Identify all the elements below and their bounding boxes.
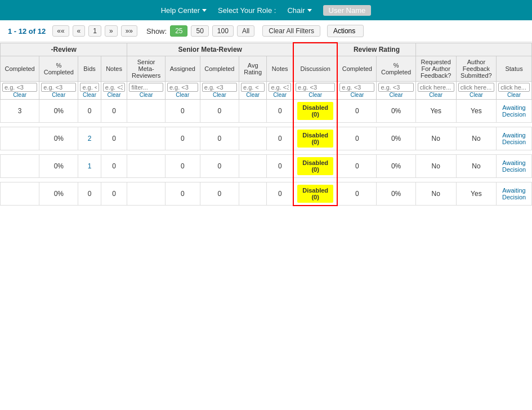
- table-cell: Disabled (0): [293, 182, 337, 206]
- role-selector[interactable]: Chair: [287, 6, 311, 15]
- table-cell[interactable]: Yes: [415, 99, 456, 122]
- table-cell: Disabled (0): [293, 154, 337, 177]
- table-row: 0%00000Disabled (0)00%NoYesAwaiting Deci…: [1, 182, 532, 206]
- table-cell: 0: [101, 182, 127, 206]
- filter-cell-smr-notes[interactable]: Clear: [267, 81, 293, 99]
- discussion-badge[interactable]: Disabled (0): [297, 130, 333, 148]
- filter-avg-rating-input[interactable]: [241, 83, 265, 92]
- filter-cell-discussion[interactable]: Clear: [293, 81, 337, 99]
- filter-assigned-input[interactable]: [167, 83, 198, 92]
- table-cell: 0: [78, 99, 101, 122]
- extra-group-header: [415, 43, 531, 56]
- filter-smr-input[interactable]: [129, 83, 163, 92]
- filter-cell-bids[interactable]: Clear: [78, 81, 101, 99]
- table-cell: [127, 99, 166, 122]
- discussion-badge[interactable]: Disabled (0): [297, 157, 333, 175]
- table-cell: 0%: [377, 99, 415, 122]
- last-page-button[interactable]: »»: [121, 25, 137, 37]
- filter-req-feedback-input[interactable]: [418, 83, 454, 92]
- filter-cell-req-feedback[interactable]: Clear: [415, 81, 456, 99]
- col-status: Status: [497, 56, 532, 81]
- table-cell: 0: [165, 127, 200, 150]
- show-100-button[interactable]: 100: [212, 25, 234, 37]
- clear-all-filters-button[interactable]: Clear All Filters: [262, 25, 320, 37]
- col-smr-notes: Notes: [267, 56, 293, 81]
- table-cell[interactable]: Awaiting Decision: [497, 154, 532, 177]
- filter-smr-clear[interactable]: Clear: [129, 92, 163, 98]
- show-label: Show:: [146, 27, 167, 35]
- filter-cell-smr-completed[interactable]: Clear: [200, 81, 239, 99]
- role-value: Chair: [287, 6, 305, 15]
- show-50-button[interactable]: 50: [191, 25, 208, 37]
- filter-smr-completed-clear[interactable]: Clear: [202, 92, 237, 98]
- filter-cell-assigned[interactable]: Clear: [165, 81, 200, 99]
- filter-bids-clear[interactable]: Clear: [80, 92, 99, 98]
- filter-pct-clear[interactable]: Clear: [41, 92, 76, 98]
- help-center-menu[interactable]: Help Center: [161, 6, 207, 15]
- filter-feedback-submitted-clear[interactable]: Clear: [458, 92, 494, 98]
- filter-status-input[interactable]: [498, 83, 530, 92]
- table-cell: 0: [267, 99, 293, 122]
- filter-feedback-submitted-input[interactable]: [458, 83, 494, 92]
- review-group-header: -Review: [1, 43, 127, 56]
- filter-req-feedback-clear[interactable]: Clear: [418, 92, 454, 98]
- filter-rv-pct-clear[interactable]: Clear: [378, 92, 413, 98]
- table-cell: 0: [267, 127, 293, 150]
- filter-status-clear[interactable]: Clear: [498, 92, 530, 98]
- next-page-button[interactable]: »: [105, 25, 118, 37]
- filter-assigned-clear[interactable]: Clear: [167, 92, 198, 98]
- filter-completed-input[interactable]: [2, 83, 37, 92]
- spacer-row: [1, 122, 532, 127]
- column-header-row: Completed % Completed Bids Notes Senior …: [1, 56, 532, 81]
- table-cell: [1, 127, 39, 150]
- filter-cell-pct[interactable]: Clear: [39, 81, 78, 99]
- filter-cell-rv-pct[interactable]: Clear: [377, 81, 415, 99]
- col-completed: Completed: [1, 56, 39, 81]
- filter-smr-notes-clear[interactable]: Clear: [269, 92, 291, 98]
- filter-cell-rv-completed[interactable]: Clear: [337, 81, 377, 99]
- actions-dropdown-button[interactable]: Actions: [327, 25, 364, 37]
- table-cell: 0%: [377, 154, 415, 177]
- table-cell[interactable]: 1: [78, 154, 101, 177]
- filter-completed-clear[interactable]: Clear: [2, 92, 37, 98]
- filter-avg-rating-clear[interactable]: Clear: [241, 92, 265, 98]
- filter-smr-completed-input[interactable]: [202, 83, 237, 92]
- col-bids: Bids: [78, 56, 101, 81]
- show-all-button[interactable]: All: [237, 25, 254, 37]
- table-cell[interactable]: Awaiting Decision: [497, 182, 532, 206]
- table-cell[interactable]: No: [456, 154, 496, 177]
- filter-cell-feedback-submitted[interactable]: Clear: [456, 81, 496, 99]
- filter-cell-status[interactable]: Clear: [497, 81, 532, 99]
- table-cell[interactable]: No: [415, 127, 456, 150]
- discussion-badge[interactable]: Disabled (0): [297, 102, 333, 120]
- senior-meta-review-group-header: Senior Meta-Review: [127, 43, 293, 56]
- filter-cell-smr[interactable]: Clear: [127, 81, 166, 99]
- filter-notes-clear[interactable]: Clear: [103, 92, 126, 98]
- show-25-button[interactable]: 25: [170, 25, 187, 37]
- filter-rv-completed-clear[interactable]: Clear: [339, 92, 374, 98]
- filter-rv-pct-input[interactable]: [378, 83, 413, 92]
- filter-discussion-input[interactable]: [296, 83, 335, 92]
- table-cell[interactable]: 2: [78, 127, 101, 150]
- discussion-badge[interactable]: Disabled (0): [297, 185, 333, 203]
- first-page-button[interactable]: ««: [52, 25, 69, 37]
- filter-smr-notes-input[interactable]: [269, 83, 291, 92]
- filter-cell-notes[interactable]: Clear: [101, 81, 127, 99]
- table-cell[interactable]: No: [415, 154, 456, 177]
- table-cell[interactable]: Yes: [456, 182, 496, 206]
- table-cell[interactable]: Yes: [456, 99, 496, 122]
- filter-cell-avg-rating[interactable]: Clear: [239, 81, 266, 99]
- table-cell[interactable]: Awaiting Decision: [497, 99, 532, 122]
- table-cell[interactable]: Awaiting Decision: [497, 127, 532, 150]
- filter-discussion-clear[interactable]: Clear: [296, 92, 335, 98]
- filter-rv-completed-input[interactable]: [339, 83, 374, 92]
- filter-cell-completed[interactable]: Clear: [1, 81, 39, 99]
- user-name-box[interactable]: User Name: [323, 5, 372, 16]
- table-cell[interactable]: No: [456, 127, 496, 150]
- filter-bids-input[interactable]: [80, 83, 99, 92]
- filter-pct-input[interactable]: [41, 83, 76, 92]
- prev-page-button[interactable]: «: [73, 25, 86, 37]
- table-cell[interactable]: No: [415, 182, 456, 206]
- filter-notes-input[interactable]: [103, 83, 126, 92]
- table-cell: 0: [101, 99, 127, 122]
